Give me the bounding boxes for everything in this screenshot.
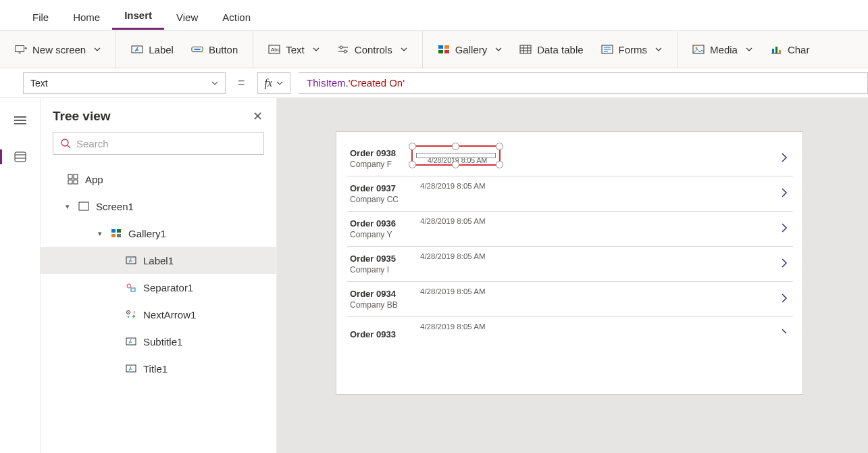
svg-rect-49 [131, 288, 135, 291]
resize-handle[interactable] [452, 161, 459, 168]
close-icon[interactable]: ✕ [253, 109, 263, 124]
forms-dropdown[interactable]: Forms [596, 40, 668, 59]
svg-rect-45 [111, 234, 116, 237]
label-icon [131, 44, 143, 55]
gallery-row[interactable]: Order 0936 Company Y 4/28/2019 8:05 AM [347, 212, 793, 247]
svg-text:Abc: Abc [271, 47, 280, 53]
left-rail [0, 98, 41, 453]
chevron-right-icon[interactable] [780, 256, 789, 270]
svg-point-12 [340, 46, 342, 49]
formula-token-string: 'Created On' [349, 77, 405, 89]
svg-rect-5 [132, 46, 143, 53]
svg-line-37 [68, 145, 70, 148]
charts-dropdown[interactable]: Char [765, 40, 815, 59]
row-subtitle: Company CC [350, 195, 399, 204]
svg-rect-0 [16, 46, 24, 52]
resize-handle[interactable] [452, 143, 459, 150]
label-icon [126, 256, 136, 265]
controls-dropdown[interactable]: Controls [332, 40, 413, 59]
button-button[interactable]: Button [186, 40, 243, 59]
chevron-right-icon[interactable] [780, 291, 789, 305]
svg-rect-32 [779, 50, 781, 53]
tab-insert[interactable]: Insert [112, 3, 164, 30]
gallery-icon [111, 229, 122, 238]
svg-line-51 [127, 311, 130, 314]
button-button-label: Button [209, 44, 238, 55]
chevron-right-icon[interactable] [780, 221, 789, 235]
gallery-preview[interactable]: Order 0938 Company F 4/28/2019 8:05 AM [347, 141, 793, 394]
fx-label: fx [265, 77, 273, 89]
search-input[interactable]: Search [53, 132, 264, 155]
tab-view[interactable]: View [164, 5, 210, 30]
row-subtitle: Company F [350, 160, 396, 169]
tab-action[interactable]: Action [210, 5, 263, 30]
new-screen-button[interactable]: New screen [9, 40, 106, 59]
tree-node-app-label: App [85, 174, 103, 185]
text-icon: Abc [268, 44, 280, 55]
gallery-row[interactable]: Order 0933 4/28/2019 8:05 AM [347, 317, 793, 352]
data-table-button[interactable]: Data table [514, 40, 588, 59]
tree-node-separator1-label: Separator1 [143, 282, 193, 293]
chevron-right-icon[interactable] [780, 151, 789, 164]
formula-input[interactable]: ThisItem.'Created On' [299, 72, 868, 94]
resize-handle[interactable] [409, 161, 416, 168]
row-title: Order 0938 [350, 148, 396, 158]
svg-rect-30 [772, 49, 774, 53]
row-date: 4/28/2019 8:05 AM [420, 252, 486, 260]
svg-rect-41 [74, 180, 78, 184]
svg-point-28 [696, 47, 698, 49]
tree-node-nextarrow1[interactable]: NextArrow1 [41, 301, 276, 328]
app-preview[interactable]: Order 0938 Company F 4/28/2019 8:05 AM [336, 132, 802, 394]
tree-node-title1-label: Title1 [143, 363, 168, 375]
svg-rect-14 [438, 45, 443, 49]
text-dropdown[interactable]: Abc Text [263, 40, 325, 59]
gallery-row[interactable]: Order 0935 Company I 4/28/2019 8:05 AM [347, 247, 793, 282]
tree-node-title1[interactable]: Title1 [41, 355, 276, 382]
svg-rect-42 [79, 202, 88, 210]
chevron-down-icon [401, 46, 407, 53]
caret-down-icon[interactable]: ▾ [63, 202, 72, 211]
chevron-down-icon [655, 46, 662, 53]
tree-node-gallery1[interactable]: ▾ Gallery1 [41, 220, 276, 247]
tree-node-separator1[interactable]: Separator1 [41, 274, 276, 301]
gallery-row[interactable]: Order 0938 Company F 4/28/2019 8:05 AM [347, 141, 793, 176]
resize-handle[interactable] [496, 143, 503, 150]
rail-tree-view[interactable] [9, 147, 32, 167]
gallery-dropdown[interactable]: Gallery [432, 40, 508, 59]
chevron-right-icon[interactable] [780, 186, 789, 199]
selected-label-control[interactable]: 4/28/2019 8:05 AM [411, 145, 501, 166]
gallery-row[interactable]: Order 0937 Company CC 4/28/2019 8:05 AM [347, 176, 793, 212]
label-button[interactable]: Label [126, 40, 179, 59]
canvas[interactable]: Order 0938 Company F 4/28/2019 8:05 AM [277, 98, 868, 453]
svg-rect-47 [126, 257, 136, 264]
forms-dropdown-label: Forms [619, 44, 648, 55]
caret-down-icon[interactable]: ▾ [96, 229, 104, 238]
svg-rect-31 [775, 47, 777, 53]
tree-node-screen1[interactable]: ▾ Screen1 [41, 193, 276, 220]
equals-sign: = [234, 76, 249, 90]
fx-button[interactable]: fx [257, 72, 291, 94]
rail-hamburger[interactable] [9, 110, 32, 130]
row-date: 4/28/2019 8:05 AM [420, 182, 486, 190]
chevron-down-icon [276, 80, 283, 87]
resize-handle[interactable] [496, 161, 503, 168]
property-selector-value: Text [30, 78, 48, 89]
tab-home[interactable]: Home [61, 5, 112, 30]
resize-handle[interactable] [409, 143, 416, 150]
svg-rect-38 [68, 174, 72, 178]
formula-bar: Text = fx ThisItem.'Created On' [0, 68, 868, 98]
media-dropdown[interactable]: Media [687, 40, 758, 59]
tree-node-subtitle1[interactable]: Subtitle1 [41, 328, 276, 355]
tree-node-app[interactable]: App [41, 166, 276, 193]
chevron-right-icon[interactable] [780, 327, 789, 340]
svg-rect-7 [194, 49, 200, 50]
tab-file[interactable]: File [20, 5, 61, 30]
svg-point-13 [344, 50, 347, 53]
gallery-row[interactable]: Order 0934 Company BB 4/28/2019 8:05 AM [347, 282, 793, 317]
controls-dropdown-label: Controls [355, 44, 392, 55]
tree-node-label1[interactable]: Label1 [41, 247, 276, 274]
property-selector[interactable]: Text [23, 72, 226, 94]
button-icon [191, 44, 203, 55]
svg-rect-15 [444, 45, 449, 49]
svg-rect-39 [74, 174, 78, 178]
